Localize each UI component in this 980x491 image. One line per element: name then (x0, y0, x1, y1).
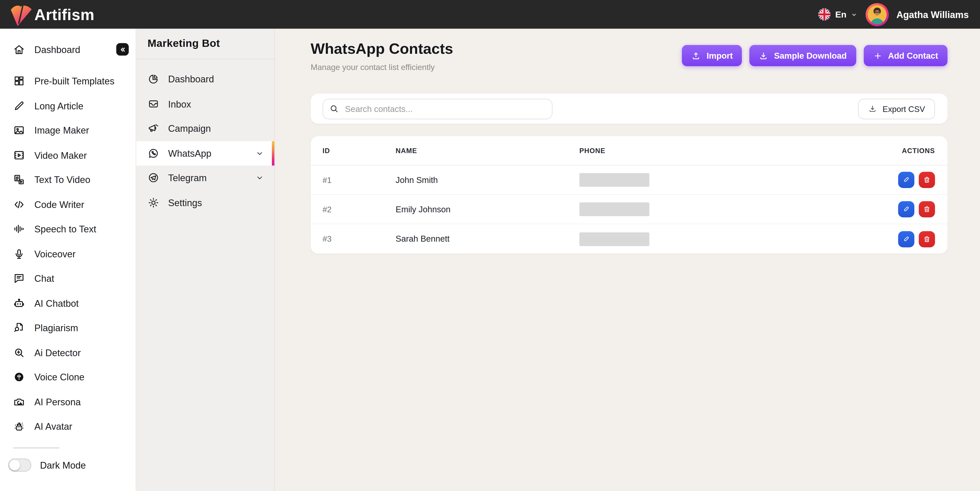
sidebar-item-chat[interactable]: Chat (0, 266, 135, 291)
primary-sidebar: DashboardPre-built TemplatesLong Article… (0, 29, 136, 491)
page-actions: ImportSample DownloadAdd Contact (682, 45, 948, 67)
title-block: WhatsApp Contacts Manage your contact li… (310, 40, 453, 72)
sidebar-item-label: AI Avatar (35, 421, 72, 432)
language-switcher[interactable]: En (818, 8, 858, 21)
sidebar-item-label: AI Persona (35, 397, 81, 407)
sidebar-item-label: Plagiarism (35, 323, 78, 333)
delete-contact-button[interactable] (919, 172, 935, 188)
telegram-icon (148, 172, 159, 184)
table-row: #3Sarah Bennett (310, 224, 948, 253)
export-csv-button[interactable]: Export CSV (858, 98, 935, 119)
brand-logo-icon (9, 3, 34, 28)
row-actions (860, 172, 948, 188)
menu-item-label: Inbox (168, 99, 191, 109)
sidebar-item-ai-chatbot[interactable]: AI Chatbot (0, 291, 135, 316)
whatsapp-icon (148, 147, 159, 159)
page-subtitle: Manage your contact list efficiently (310, 62, 453, 72)
sidebar-item-speech-to-text[interactable]: Speech to Text (0, 217, 135, 242)
chevron-down-icon (255, 148, 264, 158)
dark-mode-row: Dark Mode (8, 458, 135, 472)
sidebar-item-label: Video Maker (35, 150, 87, 160)
sidebar-item-text-to-video[interactable]: Text To Video (0, 167, 135, 192)
inbox-icon (148, 98, 159, 110)
edit-contact-button[interactable] (898, 201, 915, 218)
page-title: WhatsApp Contacts (310, 40, 453, 57)
menu-item-label: Dashboard (168, 74, 214, 84)
button-label: Add Contact (888, 51, 938, 60)
plus-icon (873, 51, 882, 60)
sidebar-item-video-maker[interactable]: Video Maker (0, 143, 135, 167)
sidebar-item-pre-built-templates[interactable]: Pre-built Templates (0, 69, 135, 94)
waveform-icon (13, 223, 25, 235)
import-button[interactable]: Import (682, 45, 742, 67)
pencil-icon (13, 100, 25, 112)
user-menu[interactable]: Agatha Williams (866, 3, 969, 26)
contact-phone-cell (579, 232, 860, 246)
code-icon (13, 199, 25, 210)
active-indicator-bar (272, 141, 274, 165)
sidebar-item-voiceover[interactable]: Voiceover (0, 242, 135, 266)
marketing-bot-item-whatsapp[interactable]: WhatsApp (136, 141, 274, 165)
marketing-bot-item-campaign[interactable]: Campaign (136, 116, 274, 141)
magnifier-scan-icon (13, 346, 25, 359)
marketing-bot-sidebar: Marketing Bot DashboardInboxCampaignWhat… (136, 29, 275, 491)
main-content: WhatsApp Contacts Manage your contact li… (275, 29, 980, 491)
edit-pencil-icon (902, 235, 910, 243)
marketing-bot-item-dashboard[interactable]: Dashboard (136, 67, 274, 92)
chat-bubble-icon (13, 273, 25, 284)
sidebar-item-dashboard[interactable]: Dashboard (0, 37, 135, 62)
gear-icon (148, 197, 159, 208)
sidebar-item-ai-persona[interactable]: AI Persona (0, 389, 135, 414)
sidebar-item-code-writer[interactable]: Code Writer (0, 192, 135, 217)
contact-name: Sarah Bennett (396, 234, 579, 243)
add-contact-button[interactable]: Add Contact (864, 45, 948, 67)
sidebar-item-label: Pre-built Templates (35, 76, 115, 86)
brand: Artifism (9, 1, 94, 28)
sidebar-item-long-article[interactable]: Long Article (0, 94, 135, 118)
edit-contact-button[interactable] (898, 172, 915, 188)
sidebar-nav: DashboardPre-built TemplatesLong Article… (0, 37, 135, 439)
avatar (866, 3, 889, 26)
search-toolbar: Export CSV (310, 94, 948, 124)
trash-icon (923, 175, 931, 184)
templates-grid-icon (13, 75, 25, 87)
dark-mode-label: Dark Mode (40, 459, 86, 470)
upload-icon (692, 51, 701, 60)
search-box (323, 98, 552, 119)
edit-contact-button[interactable] (898, 231, 915, 247)
pie-chart-icon (148, 73, 159, 85)
contact-name: Emily Johnson (396, 205, 579, 214)
sidebar-collapse-button[interactable] (116, 43, 129, 56)
row-actions (860, 201, 948, 218)
phone-placeholder (579, 203, 649, 216)
marketing-bot-item-inbox[interactable]: Inbox (136, 92, 274, 116)
home-icon (13, 43, 25, 55)
image-icon (13, 124, 25, 137)
sidebar-item-voice-clone[interactable]: Voice Clone (0, 365, 135, 389)
dark-mode-toggle[interactable] (8, 458, 32, 472)
camera-star-icon (13, 396, 25, 408)
contacts-table: IDNAMEPHONEACTIONS #1John Smith#2Emily J… (310, 136, 948, 253)
sidebar-item-label: Chat (35, 273, 54, 284)
phone-placeholder (579, 232, 649, 246)
export-csv-label: Export CSV (883, 104, 925, 113)
megaphone-icon (148, 122, 159, 134)
button-label: Import (706, 51, 733, 60)
chevron-down-icon (851, 11, 858, 18)
sample-download-button[interactable]: Sample Download (750, 45, 856, 67)
search-input[interactable] (323, 98, 552, 119)
text-to-video-icon (13, 174, 25, 186)
sidebar-item-plagiarism[interactable]: Plagiarism (0, 316, 135, 340)
sidebar-item-label: Ai Detector (35, 347, 81, 358)
marketing-bot-item-telegram[interactable]: Telegram (136, 165, 274, 190)
sidebar-item-ai-avatar[interactable]: AI Avatar (0, 414, 135, 439)
delete-contact-button[interactable] (919, 231, 935, 247)
marketing-bot-item-settings[interactable]: Settings (136, 190, 274, 215)
sidebar-item-ai-detector[interactable]: Ai Detector (0, 340, 135, 365)
sidebar-item-image-maker[interactable]: Image Maker (0, 118, 135, 143)
table-row: #2Emily Johnson (310, 195, 948, 224)
sidebar-item-label: Speech to Text (35, 224, 96, 234)
avatar-image (867, 4, 888, 25)
chevron-down-icon (255, 173, 264, 183)
delete-contact-button[interactable] (919, 201, 935, 218)
